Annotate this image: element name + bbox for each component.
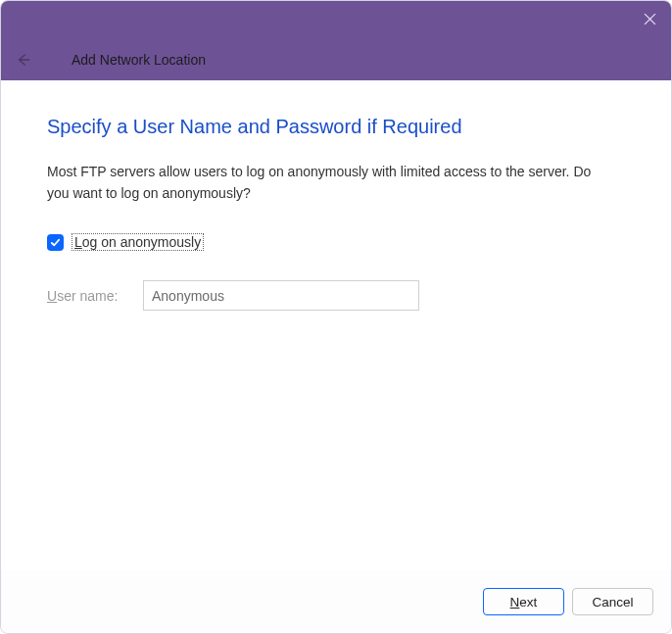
- page-description: Most FTP servers allow users to log on a…: [47, 162, 615, 204]
- page-heading: Specify a User Name and Password if Requ…: [47, 116, 625, 138]
- close-button[interactable]: [628, 4, 671, 33]
- back-button[interactable]: [15, 51, 34, 69]
- back-arrow-icon: [15, 51, 32, 69]
- cancel-button[interactable]: Cancel: [572, 588, 653, 615]
- anonymous-checkbox-label[interactable]: Log on anonymously: [72, 233, 204, 251]
- username-input[interactable]: [143, 280, 419, 311]
- anonymous-checkbox[interactable]: [47, 234, 64, 251]
- next-button[interactable]: Next: [483, 588, 564, 615]
- wizard-title: Add Network Location: [72, 52, 206, 68]
- checkmark-icon: [50, 237, 61, 248]
- close-icon: [644, 13, 656, 25]
- username-label: User name:: [47, 288, 125, 304]
